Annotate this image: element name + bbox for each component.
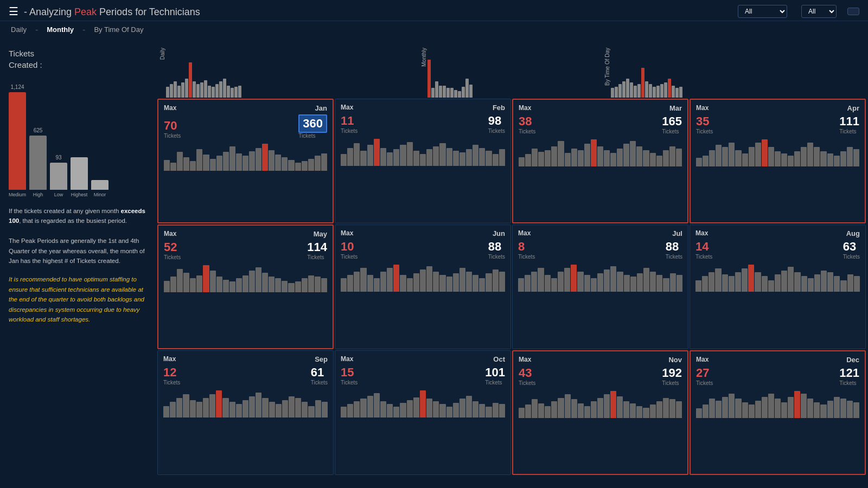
- year-selector: All 2021 2022 2023: [798, 5, 837, 18]
- month-card-jul[interactable]: Max Jul 8 Tickets 88 Tickets: [512, 224, 688, 349]
- max-value-feb: 11: [341, 114, 354, 128]
- month-card-feb[interactable]: Max Feb 11 Tickets 98 Tickets: [335, 99, 511, 223]
- max-label-mar: Max: [519, 104, 531, 112]
- bar-rect-high: [29, 136, 47, 190]
- tickets-label-max-nov: Tickets: [519, 380, 535, 386]
- max-value-nov: 43: [519, 366, 532, 380]
- tickets-label-max-jun: Tickets: [341, 254, 358, 260]
- title-area: - Analyzing Peak Periods for Technicians: [24, 4, 200, 18]
- card-bars-oct: [341, 388, 505, 418]
- tickets-label-total-jun: Tickets: [488, 254, 505, 260]
- month-card-dec[interactable]: Max Dec 27 Tickets 121 Tickets: [690, 350, 866, 475]
- max-label-sep: Max: [163, 355, 176, 363]
- month-card-sep[interactable]: Max Sep 12 Tickets 61 Tickets: [157, 350, 334, 475]
- month-card-nov[interactable]: Max Nov 43 Tickets 192 Tickets: [512, 350, 688, 475]
- max-value-sep: 12: [163, 365, 176, 380]
- tickets-label-max-jul: Tickets: [518, 254, 535, 260]
- mini-charts-row: Daily: [157, 38, 868, 98]
- mini-bars-monthly: [419, 54, 602, 98]
- max-label-jun: Max: [341, 229, 353, 237]
- mini-chart-bytime-label: By Time Of Day: [604, 48, 610, 86]
- max-label-may: Max: [164, 230, 176, 237]
- right-grid: Daily: [157, 38, 868, 477]
- month-card-apr[interactable]: Max Apr 35 Tickets 111 Tickets: [690, 99, 866, 223]
- mini-bars-bytime: [602, 54, 864, 98]
- card-bars-aug: [695, 262, 860, 292]
- tickets-label-total-jul: Tickets: [666, 254, 682, 260]
- tickets-label-total-sep: Tickets: [311, 380, 328, 386]
- tickets-label-max-dec: Tickets: [696, 380, 713, 386]
- top-bar-right: All Hardware Software Network All 2021 2…: [735, 5, 859, 18]
- tickets-label-total-oct: Tickets: [485, 380, 502, 386]
- max-value-jun: 10: [341, 240, 354, 254]
- month-card-mar[interactable]: Max Mar 38 Tickets 165 Tickets: [512, 99, 688, 223]
- total-value-may: 114: [307, 240, 327, 254]
- max-label-oct: Max: [341, 355, 353, 363]
- mini-chart-bytime: By Time Of Day: [602, 42, 864, 98]
- total-value-oct: 101: [485, 365, 505, 380]
- peak-period-button[interactable]: [847, 8, 859, 15]
- total-value-mar: 165: [662, 114, 682, 129]
- month-card-aug[interactable]: Max Aug 14 Tickets 63 Tickets: [690, 224, 866, 349]
- total-value-jun: 88: [488, 240, 501, 254]
- mini-chart-monthly-label: Monthly: [421, 48, 427, 67]
- year-select[interactable]: All 2021 2022 2023: [801, 5, 837, 18]
- total-value-jul: 88: [666, 240, 679, 254]
- card-bars-nov: [519, 388, 682, 418]
- total-value-dec: 121: [839, 366, 859, 380]
- card-bars-may: [164, 262, 327, 292]
- issue-type-select[interactable]: All Hardware Software Network: [738, 5, 787, 18]
- tickets-label-max-jan: Tickets: [164, 133, 181, 139]
- max-label-feb: Max: [341, 104, 353, 111]
- max-value-apr: 35: [696, 114, 709, 129]
- card-bars-apr: [696, 137, 859, 166]
- card-bars-jul: [518, 262, 682, 292]
- mini-chart-monthly: Monthly: [419, 42, 602, 98]
- tab-by-time[interactable]: By Time Of Day: [92, 24, 145, 35]
- max-value-aug: 14: [695, 240, 709, 254]
- month-name-jan: Jan: [315, 104, 327, 112]
- left-panel: TicketsCreated : 1,124 Medium 625 High 9…: [0, 38, 157, 477]
- month-card-may[interactable]: Max May 52 Tickets 114 Tickets: [157, 224, 334, 349]
- tickets-label-total-mar: Tickets: [662, 129, 679, 134]
- hamburger-icon[interactable]: ☰: [9, 5, 18, 18]
- mini-chart-daily: Daily: [157, 42, 419, 98]
- nav-tabs: Daily - Monthly - By Time Of Day: [0, 21, 868, 38]
- max-label-jul: Max: [518, 229, 531, 237]
- tab-monthly[interactable]: Monthly: [44, 24, 76, 35]
- mini-bars-daily: [157, 54, 419, 98]
- bar-highest: Highest: [71, 155, 88, 197]
- max-label-jan: Max: [164, 104, 176, 112]
- month-name-apr: Apr: [847, 104, 859, 112]
- total-value-jan: 360: [298, 114, 327, 133]
- tickets-label-total-may: Tickets: [307, 254, 324, 260]
- max-value-jul: 8: [518, 240, 525, 254]
- month-name-may: May: [314, 230, 327, 238]
- month-card-oct[interactable]: Max Oct 15 Tickets 101 Tickets: [335, 350, 511, 475]
- top-bar-left: ☰ - Analyzing Peak Periods for Technicia…: [9, 4, 200, 18]
- max-value-may: 52: [164, 240, 177, 254]
- left-chart: 1,124 Medium 625 High 93 Low Highest: [9, 78, 149, 197]
- total-value-aug: 63: [843, 240, 856, 254]
- tickets-label-max-mar: Tickets: [519, 129, 535, 134]
- bar-high: 625 High: [29, 127, 47, 197]
- card-bars-sep: [163, 388, 328, 418]
- tickets-label-max-apr: Tickets: [696, 129, 713, 134]
- month-name-nov: Nov: [668, 356, 682, 364]
- month-name-oct: Oct: [493, 355, 505, 363]
- title-subtitle: - Analyzing Peak Periods for Technicians: [24, 7, 200, 17]
- max-label-nov: Max: [519, 356, 531, 363]
- max-value-oct: 15: [341, 365, 354, 380]
- tab-daily[interactable]: Daily: [9, 24, 29, 35]
- page-title: - Analyzing Peak Periods for Technicians: [24, 4, 200, 18]
- total-value-nov: 192: [662, 366, 682, 380]
- bar-medium: 1,124 Medium: [9, 84, 26, 197]
- month-card-jan[interactable]: Max Jan 70 Tickets 360 Tickets: [157, 99, 334, 223]
- tickets-label-max-may: Tickets: [164, 254, 181, 260]
- cards-grid: Max Jan 70 Tickets 360 Tickets Max Feb 1…: [157, 98, 868, 477]
- mini-chart-daily-label: Daily: [159, 48, 165, 60]
- max-value-jan: 70: [164, 119, 177, 133]
- bar-minor: Minor: [91, 178, 108, 197]
- tickets-label-max-feb: Tickets: [341, 128, 358, 134]
- month-card-jun[interactable]: Max Jun 10 Tickets 88 Tickets: [335, 224, 511, 349]
